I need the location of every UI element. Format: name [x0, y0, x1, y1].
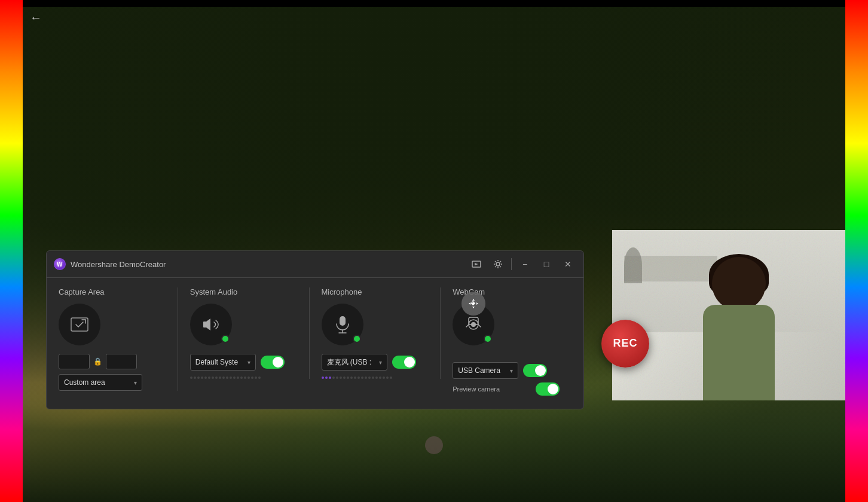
mic-seg-5 [336, 376, 338, 379]
mic-seg-10 [354, 376, 356, 379]
system-audio-section: System Audio Default Syste ▾ [178, 287, 310, 379]
head-shape [712, 257, 766, 311]
mic-dropdown-arrow: ▾ [379, 359, 382, 366]
capture-area-label: Capture Area [59, 287, 105, 296]
mic-seg-3 [329, 376, 331, 379]
svg-text:✥: ✥ [470, 300, 475, 307]
camera-preview-panel [612, 230, 845, 400]
settings-btn[interactable] [490, 256, 506, 273]
microphone-icon[interactable] [322, 304, 363, 345]
capture-area-icon[interactable] [59, 304, 100, 345]
mic-seg-8 [347, 376, 349, 379]
preview-camera-toggle[interactable] [536, 382, 560, 396]
maximize-btn[interactable]: □ [538, 256, 555, 273]
width-input[interactable]: 1374 [59, 354, 90, 369]
area-select-value: Custom area [64, 378, 105, 387]
webcam-move-handle[interactable]: ✥ [461, 292, 485, 316]
audio-seg-3 [197, 376, 200, 379]
mic-seg-4 [332, 376, 335, 379]
mic-seg-1 [322, 376, 324, 379]
mic-seg-11 [357, 376, 360, 379]
lock-icon: 🔒 [93, 357, 102, 366]
audio-seg-16 [244, 376, 246, 379]
app-logo: W [54, 258, 66, 270]
audio-seg-7 [212, 376, 214, 379]
svg-rect-5 [340, 316, 346, 326]
webcam-device-row: USB Camera ▾ [453, 362, 560, 379]
mic-seg-18 [383, 376, 385, 379]
person-silhouette [679, 257, 799, 400]
control-panel: W Wondershare DemoCreator − □ ✕ [46, 250, 584, 409]
rec-button[interactable]: REC [601, 320, 649, 368]
height-input[interactable]: 949 [106, 354, 137, 369]
mic-device-name: 麦克风 (USB : [327, 357, 372, 368]
screen-record-btn[interactable] [468, 256, 485, 273]
system-audio-label: System Audio [190, 287, 238, 296]
mic-seg-9 [350, 376, 353, 379]
mic-seg-13 [365, 376, 367, 379]
audio-seg-6 [208, 376, 210, 379]
mic-seg-17 [379, 376, 381, 379]
mic-toggle[interactable] [392, 356, 416, 369]
audio-seg-14 [237, 376, 239, 379]
preview-camera-label: Preview camera [453, 385, 500, 393]
webcam-toggle[interactable] [523, 364, 547, 377]
svg-point-3 [496, 262, 500, 266]
audio-seg-9 [219, 376, 221, 379]
audio-seg-11 [226, 376, 228, 379]
capture-area-section: Capture Area 1374 🔒 949 Custom area ▾ [59, 287, 178, 391]
area-select-dropdown[interactable]: Custom area ▾ [59, 374, 142, 391]
close-btn[interactable]: ✕ [560, 256, 576, 273]
audio-seg-13 [233, 376, 236, 379]
audio-seg-10 [222, 376, 225, 379]
panel-title-left: W Wondershare DemoCreator [54, 258, 166, 270]
panel-titlebar: W Wondershare DemoCreator − □ ✕ [47, 251, 583, 278]
microphone-section: Microphone 麦克风 (USB : ▾ [310, 287, 441, 379]
window-titlebar [23, 0, 845, 7]
mic-seg-16 [375, 376, 378, 379]
audio-seg-5 [204, 376, 207, 379]
audio-seg-2 [194, 376, 196, 379]
mic-seg-2 [325, 376, 328, 379]
audio-seg-19 [255, 376, 257, 379]
audio-seg-4 [201, 376, 203, 379]
camera-preview-inner [612, 230, 845, 400]
webcam-device-name: USB Camera [458, 366, 500, 375]
mic-device-row: 麦克风 (USB : ▾ [322, 354, 429, 371]
audio-seg-12 [230, 376, 232, 379]
rec-text: REC [613, 337, 637, 350]
system-audio-icon[interactable] [190, 304, 232, 345]
back-button[interactable]: ← [30, 11, 42, 25]
audio-seg-8 [215, 376, 218, 379]
audio-seg-1 [190, 376, 192, 379]
preview-camera-row: Preview camera [453, 382, 560, 396]
audio-meter-row [190, 376, 274, 379]
audio-seg-17 [247, 376, 250, 379]
audio-status-dot [221, 335, 230, 343]
audio-dropdown-arrow: ▾ [247, 359, 250, 366]
minimize-btn[interactable]: − [516, 256, 533, 273]
svg-text:W: W [57, 261, 63, 268]
microphone-label: Microphone [322, 287, 362, 296]
audio-device-name: Default Syste [195, 358, 238, 366]
panel-title-text: Wondershare DemoCreator [71, 260, 166, 269]
mic-device-select[interactable]: 麦克风 (USB : ▾ [322, 354, 387, 371]
dimension-row: 1374 🔒 949 [59, 354, 137, 369]
webcam-dropdown-arrow: ▾ [510, 368, 513, 374]
audio-seg-20 [258, 376, 261, 379]
audio-device-select[interactable]: Default Syste ▾ [190, 354, 256, 371]
webcam-section: WebCam ✥ [441, 287, 571, 399]
title-divider [511, 258, 512, 270]
audio-toggle[interactable] [261, 356, 285, 369]
mic-seg-20 [390, 376, 392, 379]
body-shape [703, 305, 775, 400]
area-dropdown-arrow: ▾ [134, 379, 137, 386]
audio-device-row: Default Syste ▾ [190, 354, 297, 371]
panel-title-controls: − □ ✕ [468, 256, 576, 273]
webcam-device-select[interactable]: USB Camera ▾ [453, 362, 518, 379]
webcam-icon-wrapper: ✥ [453, 304, 494, 345]
mic-seg-15 [372, 376, 374, 379]
audio-seg-18 [251, 376, 253, 379]
mic-seg-6 [340, 376, 342, 379]
mic-seg-12 [361, 376, 363, 379]
